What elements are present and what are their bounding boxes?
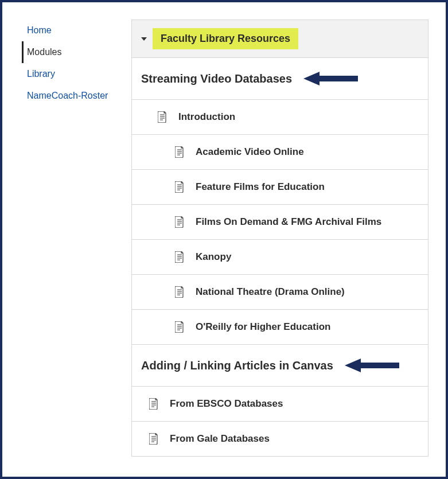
page-icon <box>149 433 158 445</box>
caret-down-icon <box>141 37 147 41</box>
module-box: Faculty Library Resources Streaming Vide… <box>131 20 428 457</box>
sidebar-item-label: Home <box>27 25 52 35</box>
module-item[interactable]: Introduction <box>132 100 428 135</box>
sidebar-item-label: Modules <box>27 47 61 57</box>
section-header-streaming[interactable]: Streaming Video Databases <box>132 58 428 100</box>
sidebar-item-home[interactable]: Home <box>22 20 126 41</box>
page-icon <box>175 321 184 333</box>
page-icon <box>158 111 167 123</box>
module-header[interactable]: Faculty Library Resources <box>132 20 428 58</box>
sidebar-item-namecoach[interactable]: NameCoach-Roster <box>22 85 126 107</box>
page-icon <box>175 146 184 158</box>
arrow-annotation-icon <box>303 69 358 88</box>
module-item-label: O'Reilly for Higher Education <box>196 321 330 333</box>
module-item-label: Introduction <box>178 111 235 123</box>
section-title: Adding / Linking Articles in Canvas <box>141 359 333 372</box>
sidebar: Home Modules Library NameCoach-Roster <box>2 2 131 477</box>
page-icon <box>175 251 184 263</box>
module-item[interactable]: From Gale Databases <box>132 422 428 456</box>
module-item[interactable]: Academic Video Online <box>132 135 428 170</box>
module-item-label: Feature Films for Education <box>196 181 325 193</box>
module-item-label: From Gale Databases <box>170 433 270 445</box>
sidebar-item-library[interactable]: Library <box>22 63 126 85</box>
sidebar-item-modules[interactable]: Modules <box>22 41 126 63</box>
page-icon <box>149 398 158 410</box>
page-icon <box>175 216 184 228</box>
page-icon <box>175 181 184 193</box>
module-item[interactable]: Kanopy <box>132 240 428 275</box>
module-item-label: Academic Video Online <box>196 146 304 158</box>
module-item[interactable]: Films On Demand & FMG Archival Films <box>132 205 428 240</box>
module-item[interactable]: Feature Films for Education <box>132 170 428 205</box>
module-item[interactable]: From EBSCO Databases <box>132 387 428 422</box>
arrow-annotation-icon <box>345 356 399 375</box>
module-item-label: Kanopy <box>196 251 231 263</box>
section-header-adding[interactable]: Adding / Linking Articles in Canvas <box>132 345 428 387</box>
main-content: Faculty Library Resources Streaming Vide… <box>131 2 446 477</box>
module-item-label: Films On Demand & FMG Archival Films <box>196 216 381 228</box>
module-item[interactable]: O'Reilly for Higher Education <box>132 310 428 345</box>
page-icon <box>175 286 184 298</box>
sidebar-item-label: Library <box>27 69 55 79</box>
section-title: Streaming Video Databases <box>141 72 292 85</box>
module-title: Faculty Library Resources <box>153 28 298 49</box>
module-item-label: National Theatre (Drama Online) <box>196 286 345 298</box>
module-item-label: From EBSCO Databases <box>170 398 283 410</box>
sidebar-item-label: NameCoach-Roster <box>27 91 108 100</box>
module-item[interactable]: National Theatre (Drama Online) <box>132 275 428 310</box>
